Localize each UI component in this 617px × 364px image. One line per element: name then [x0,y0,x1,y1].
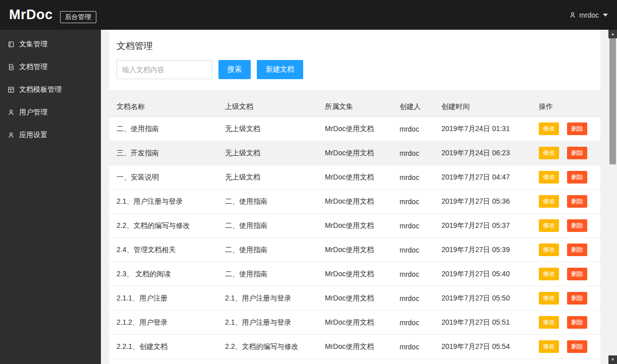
delete-button[interactable]: 删除 [567,147,587,159]
chevron-down-icon [603,14,608,17]
scrollbar-thumb[interactable] [609,38,616,164]
created-time-cell: 2019年7月27日 05:54 [434,335,531,359]
delete-button[interactable]: 删除 [567,244,587,256]
creator-cell: mrdoc [392,214,434,238]
table-row: 2.4、管理文档相关 二、使用指南 MrDoc使用文档 mrdoc 2019年7… [109,238,600,262]
table-row: 2.1、用户注册与登录 二、使用指南 MrDoc使用文档 mrdoc 2019年… [109,190,600,214]
delete-button[interactable]: 删除 [567,292,587,305]
edit-button[interactable]: 修改 [539,292,559,305]
edit-button[interactable]: 修改 [539,268,559,280]
edit-button[interactable]: 修改 [539,316,559,329]
sidebar-item-users[interactable]: 用户管理 [0,101,101,124]
table-panel: 文档名称 上级文档 所属文集 创建人 创建时间 操作 二、使用指南 无上级文档 … [109,97,600,364]
col-header-actions: 操作 [531,97,600,117]
table-row: 二、使用指南 无上级文档 MrDoc使用文档 mrdoc 2019年7月24日 … [109,117,600,141]
collection-cell: MrDoc使用文档 [317,286,392,311]
collection-cell: MrDoc使用文档 [317,335,392,359]
edit-button[interactable]: 修改 [539,195,559,208]
actions-cell: 修改 删除 [531,335,600,359]
parent-doc-cell: 无上级文档 [217,141,317,165]
delete-button[interactable]: 删除 [567,340,587,353]
edit-button[interactable]: 修改 [539,340,559,353]
created-time-cell: 2019年7月27日 04:47 [434,165,531,190]
admin-badge: 后台管理 [60,11,96,23]
doc-name-cell: 二、使用指南 [109,117,217,141]
table-row: 一、安装说明 无上级文档 MrDoc使用文档 mrdoc 2019年7月27日 … [109,165,600,190]
sidebar: 文集管理 文档管理 文档模板管理 用户管理 应用设置 [0,30,101,364]
table-row: 2.2.1、创建文档 2.2、文档的编写与修改 MrDoc使用文档 mrdoc … [109,335,600,359]
new-doc-button[interactable]: 新建文档 [257,60,303,79]
user-icon [8,109,15,116]
created-time-cell: 2019年7月24日 06:23 [434,141,531,165]
parent-doc-cell: 无上级文档 [217,117,317,141]
created-time-cell: 2019年7月24日 01:31 [434,117,531,141]
delete-button[interactable]: 删除 [567,195,587,208]
delete-button[interactable]: 删除 [567,123,587,135]
doc-name-cell: 2.1、用户注册与登录 [109,190,217,214]
creator-cell: mrdoc [392,141,434,165]
actions-cell: 修改 删除 [531,286,600,311]
created-time-cell: 2019年7月27日 05:39 [434,238,531,262]
creator-cell: mrdoc [392,311,434,335]
edit-button[interactable]: 修改 [539,171,559,184]
parent-doc-cell: 2.2、文档的编写与修改 [217,335,317,359]
doc-name-cell: 2.4、管理文档相关 [109,238,217,262]
created-time-cell: 2019年7月27日 05:40 [434,262,531,286]
search-input[interactable] [117,60,212,79]
creator-cell: mrdoc [392,262,434,286]
doc-name-cell: 2.3、 文档的阅读 [109,262,217,286]
parent-doc-cell: 二、使用指南 [217,238,317,262]
actions-cell: 修改 删除 [531,190,600,214]
settings-icon [8,132,15,139]
collection-cell: MrDoc使用文档 [317,262,392,286]
header-panel: 文档管理 搜索 新建文档 [109,30,600,90]
sidebar-item-label: 应用设置 [19,131,47,140]
sidebar-item-collections[interactable]: 文集管理 [0,33,101,55]
user-icon [569,12,576,19]
collection-cell: MrDoc使用文档 [317,165,392,190]
collection-cell: MrDoc使用文档 [317,311,392,335]
sidebar-item-label: 文集管理 [19,40,47,49]
edit-button[interactable]: 修改 [539,219,559,232]
col-header-parent: 上级文档 [217,97,317,117]
table-row: 2.3、 文档的阅读 二、使用指南 MrDoc使用文档 mrdoc 2019年7… [109,262,600,286]
table-row: 三、开发指南 无上级文档 MrDoc使用文档 mrdoc 2019年7月24日 … [109,141,600,165]
scroll-down-arrow[interactable]: ▼ [608,355,617,364]
user-menu[interactable]: mrdoc [569,11,608,19]
delete-button[interactable]: 删除 [567,171,587,184]
actions-cell: 修改 删除 [531,117,600,141]
collection-cell: MrDoc使用文档 [317,141,392,165]
creator-cell: mrdoc [392,286,434,311]
parent-doc-cell: 2.1、用户注册与登录 [217,311,317,335]
edit-button[interactable]: 修改 [539,244,559,256]
created-time-cell: 2019年7月27日 05:36 [434,190,531,214]
pagination: 当前页： 1 共 3 页 下一页 [109,359,600,364]
template-icon [8,86,15,93]
scroll-up-arrow[interactable]: ▲ [608,30,617,38]
doc-name-cell: 2.1.2、用户登录 [109,311,217,335]
sidebar-item-documents[interactable]: 文档管理 [0,55,101,78]
edit-button[interactable]: 修改 [539,147,559,159]
delete-button[interactable]: 删除 [567,219,587,232]
parent-doc-cell: 二、使用指南 [217,214,317,238]
scrollbar[interactable]: ▲ ▼ [608,30,617,364]
actions-cell: 修改 删除 [531,262,600,286]
top-navbar: MrDoc 后台管理 mrdoc [0,0,617,30]
delete-button[interactable]: 删除 [567,268,587,280]
delete-button[interactable]: 删除 [567,316,587,329]
sidebar-item-label: 文档管理 [19,63,47,72]
actions-cell: 修改 删除 [531,214,600,238]
sidebar-item-settings[interactable]: 应用设置 [0,124,101,146]
edit-button[interactable]: 修改 [539,123,559,135]
creator-cell: mrdoc [392,117,434,141]
collection-cell: MrDoc使用文档 [317,117,392,141]
search-button[interactable]: 搜索 [218,60,251,79]
collection-cell: MrDoc使用文档 [317,214,392,238]
book-icon [8,41,15,48]
creator-cell: mrdoc [392,335,434,359]
app-logo[interactable]: MrDoc [9,7,53,23]
search-row: 搜索 新建文档 [117,60,593,79]
parent-doc-cell: 无上级文档 [217,165,317,190]
page-title: 文档管理 [117,40,593,52]
sidebar-item-templates[interactable]: 文档模板管理 [0,78,101,101]
